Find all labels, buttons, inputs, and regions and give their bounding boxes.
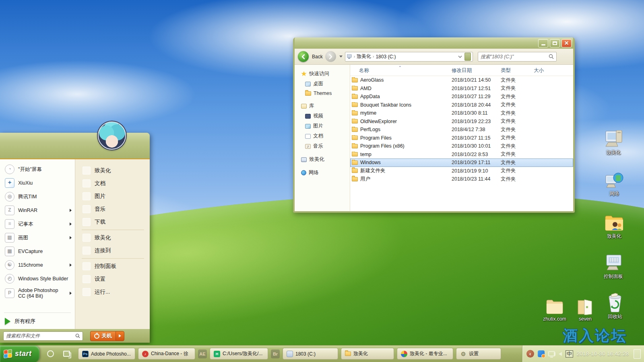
- breadcrumb-root[interactable]: 致美化: [357, 53, 371, 60]
- file-row[interactable]: OldNewExplorer2018/10/19 22:23文件夹: [350, 117, 573, 126]
- menu-item-paint[interactable]: ▨画图: [0, 231, 75, 245]
- tray-expand-button[interactable]: ‹: [526, 350, 534, 358]
- file-row[interactable]: AeroGlass2018/10/21 14:50文件夹: [350, 76, 573, 84]
- start-search-input[interactable]: [6, 333, 75, 339]
- menu-item-115chrome[interactable]: ☯115chrome: [0, 258, 75, 272]
- sidebar-item-videos[interactable]: 视频: [300, 111, 350, 121]
- taskbar-button-settings[interactable]: ⚙设置: [456, 348, 501, 360]
- network-mini-icon: [301, 170, 306, 175]
- file-row[interactable]: 用户2018/10/23 11:44文件夹: [350, 175, 573, 183]
- file-row-selected[interactable]: Windows2018/10/29 17:11文件夹: [350, 158, 573, 167]
- desktop-icon-user-folder[interactable]: 致美化: [599, 212, 630, 240]
- sidebar-item-this-pc[interactable]: 致美化: [300, 154, 350, 165]
- shutdown-button[interactable]: 关机: [90, 331, 124, 341]
- menu-item-user[interactable]: 致美化: [75, 164, 150, 177]
- taskbar-button-photoshop[interactable]: PsAdobe Photosho...: [78, 348, 135, 360]
- menu-item-xiuxiu[interactable]: ✦XiuXiu: [0, 176, 75, 190]
- show-desktop-button[interactable]: [634, 349, 641, 359]
- menu-item-photoshop[interactable]: PAdobe Photoshop CC (64 Bit): [0, 286, 75, 301]
- start-search-box[interactable]: [3, 331, 83, 341]
- explorer-searchbox[interactable]: [478, 52, 557, 62]
- file-row[interactable]: AMD2018/10/17 12:51文件夹: [350, 84, 573, 93]
- sidebar-item-documents[interactable]: 文档: [300, 131, 350, 141]
- desktop-icon-network[interactable]: 网络: [599, 169, 630, 197]
- back-button[interactable]: [298, 51, 309, 62]
- column-header-type[interactable]: 类型: [501, 67, 534, 74]
- column-header-date[interactable]: 修改日期: [452, 67, 501, 74]
- menu-item-documents[interactable]: 文档: [75, 177, 150, 190]
- taskbar-button-music[interactable]: ♪China-Dance - 徐: [138, 348, 195, 360]
- menu-item-pictures[interactable]: 图片: [75, 190, 150, 203]
- clock[interactable]: 2018-10-30 16:42:28: [577, 351, 629, 357]
- volume-tray-icon[interactable]: [559, 352, 562, 356]
- file-row[interactable]: Program Files (x86)2018/10/30 10:01文件夹: [350, 142, 573, 150]
- refresh-button[interactable]: [464, 53, 471, 61]
- menu-item-music[interactable]: 音乐: [75, 203, 150, 216]
- menu-item-start-screen[interactable]: ◔"开始"屏幕: [0, 162, 75, 176]
- user-avatar[interactable]: [98, 121, 126, 150]
- desktop-icon-control-panel[interactable]: 控制面板: [598, 252, 629, 280]
- file-row[interactable]: 新建文件夹2018/10/19 9:10文件夹: [350, 167, 573, 175]
- tim-tray-icon[interactable]: [538, 350, 545, 357]
- menu-item-evcapture[interactable]: ▦EVCapture: [0, 245, 75, 258]
- sidebar-item-desktop[interactable]: 桌面: [300, 79, 350, 89]
- file-row[interactable]: Program Files2018/10/27 11:15文件夹: [350, 134, 573, 142]
- taskbar-button-hbuilder[interactable]: HC:/Users/致美化/...: [210, 348, 268, 360]
- task-view-button[interactable]: [61, 349, 72, 359]
- music-icon: ♪: [305, 144, 311, 149]
- sidebar-item-pictures[interactable]: 图片: [300, 121, 350, 131]
- explorer-titlebar[interactable]: ✕: [295, 37, 573, 49]
- user-icon: [83, 167, 91, 175]
- menu-item-control-panel[interactable]: 控制面板: [75, 260, 150, 273]
- file-list-header: ⌃名称 修改日期 类型 大小: [350, 65, 573, 76]
- menu-item-wsb[interactable]: ◴Windows Style Builder: [0, 272, 75, 286]
- desktop-icon-zhutix[interactable]: zhutix.com: [539, 295, 570, 322]
- desktop-icon-recycle-bin[interactable]: 回收站: [600, 292, 630, 320]
- maximize-button[interactable]: [550, 39, 560, 47]
- desktop-icon-label: 回收站: [600, 313, 630, 320]
- after-effects-icon[interactable]: AE: [198, 350, 207, 358]
- menu-item-run[interactable]: 运行...: [75, 286, 150, 298]
- minimize-button[interactable]: [538, 39, 548, 47]
- taskbar-button-drive-c[interactable]: 1803 (C:): [283, 348, 338, 360]
- menu-item-winrar[interactable]: ZWinRAR: [0, 204, 75, 217]
- file-row[interactable]: PerfLogs2018/4/12 7:38文件夹: [350, 125, 573, 134]
- control-panel-icon: [598, 252, 629, 272]
- menu-item-connect-to[interactable]: 连接到: [75, 244, 150, 257]
- bridge-icon[interactable]: Br: [271, 350, 280, 358]
- file-row[interactable]: mytime2018/10/30 8:11文件夹: [350, 109, 573, 117]
- explorer-search-input[interactable]: [481, 54, 549, 60]
- file-row[interactable]: AppData2018/10/27 11:29文件夹: [350, 93, 573, 101]
- column-header-size[interactable]: 大小: [534, 67, 558, 74]
- breadcrumb-current[interactable]: 1803 (C:): [376, 54, 396, 60]
- menu-item-tim[interactable]: ◎腾讯TIM: [0, 190, 75, 204]
- menu-item-notepad[interactable]: ≡记事本: [0, 217, 75, 231]
- all-programs-button[interactable]: 所有程序: [0, 315, 75, 327]
- sidebar-item-quick-access[interactable]: 快速访问: [300, 69, 350, 79]
- menu-item-computer[interactable]: 致美化: [75, 231, 150, 244]
- close-button[interactable]: ✕: [561, 39, 572, 47]
- sidebar-item-libraries[interactable]: 库: [300, 101, 350, 111]
- menu-item-downloads[interactable]: 下载: [75, 216, 150, 228]
- start-button[interactable]: start: [0, 346, 39, 362]
- desktop-icon-seven[interactable]: seven: [570, 295, 601, 322]
- sidebar-item-themes[interactable]: Themes: [300, 89, 350, 98]
- ime-indicator[interactable]: 中: [566, 350, 573, 358]
- forward-button[interactable]: [325, 51, 336, 62]
- address-dropdown-icon[interactable]: [458, 56, 462, 58]
- column-header-name[interactable]: ⌃名称: [350, 67, 452, 74]
- shutdown-options-arrow[interactable]: [116, 331, 124, 341]
- desktop-icon-this-pc[interactable]: 致美化: [598, 128, 629, 156]
- menu-item-settings[interactable]: 设置: [75, 273, 150, 286]
- file-row[interactable]: temp2018/10/22 8:53文件夹: [350, 150, 573, 159]
- desktop-icon-label: seven: [570, 316, 601, 322]
- address-bar[interactable]: › 致美化 › 1803 (C:): [345, 52, 473, 62]
- recent-pages-dropdown[interactable]: [339, 56, 343, 58]
- sidebar-item-network[interactable]: 网络: [300, 168, 350, 178]
- taskbar-button-browser[interactable]: 致美化 - 最专业...: [397, 348, 453, 360]
- file-row[interactable]: Bouquet Taskbar Icons2018/10/18 20:44文件夹: [350, 101, 573, 109]
- sidebar-item-music[interactable]: ♪音乐: [300, 141, 350, 151]
- taskbar-button-folder[interactable]: 致美化: [341, 348, 394, 360]
- folder-icon: [352, 144, 358, 148]
- cortana-button[interactable]: [45, 349, 56, 359]
